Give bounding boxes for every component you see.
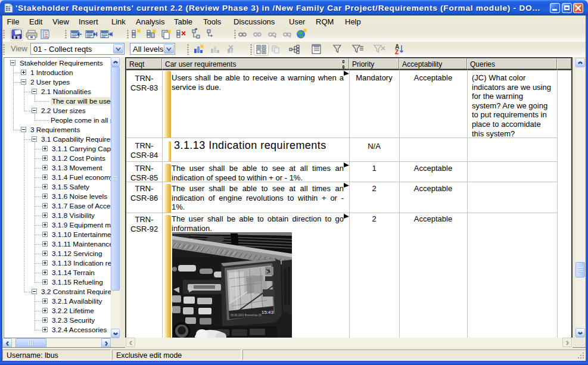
- svg-text:05.06.2001 Bremerhav 06: 05.06.2001 Bremerhav 06: [231, 314, 262, 317]
- svg-text:15:43: 15:43: [262, 310, 274, 315]
- svg-text:Z: Z: [395, 49, 399, 55]
